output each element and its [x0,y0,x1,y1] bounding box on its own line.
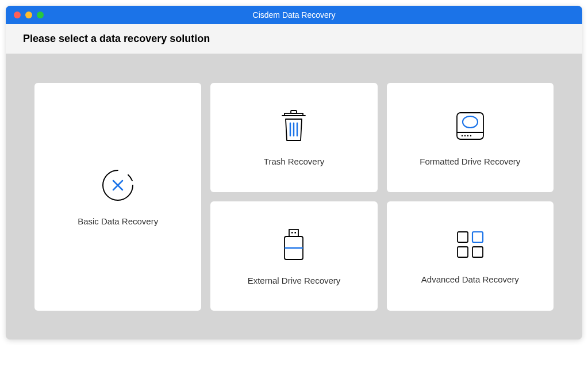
svg-rect-21 [472,232,483,242]
header-prompt: Please select a data recovery solution [23,33,565,45]
titlebar: Cisdem Data Recovery [6,6,582,24]
svg-point-14 [470,135,471,136]
svg-rect-4 [285,113,303,116]
card-label: Advanced Data Recovery [421,274,519,284]
drive-icon [454,109,487,143]
svg-point-10 [463,116,478,128]
card-advanced-recovery[interactable]: Advanced Data Recovery [387,201,554,311]
basic-recovery-icon [101,168,135,203]
card-formatted-recovery[interactable]: Formatted Drive Recovery [387,83,554,192]
card-label: Basic Data Recovery [78,216,158,226]
card-external-recovery[interactable]: External Drive Recovery [210,201,377,311]
content-grid: Basic Data Recovery Trash [6,54,582,339]
close-button[interactable] [14,12,21,18]
card-label: External Drive Recovery [248,276,341,285]
svg-point-11 [462,135,463,136]
window-title: Cisdem Data Recovery [6,10,582,20]
svg-rect-15 [289,230,298,236]
trash-icon [279,109,309,143]
header: Please select a data recovery solution [6,24,582,54]
traffic-lights [6,12,44,18]
svg-point-12 [464,135,466,136]
svg-rect-22 [458,247,468,257]
grid-squares-icon [454,228,486,261]
card-label: Trash Recovery [264,157,324,166]
card-basic-recovery[interactable]: Basic Data Recovery [34,83,201,311]
app-window: Cisdem Data Recovery Please select a dat… [6,6,582,339]
svg-rect-16 [291,232,293,234]
maximize-button[interactable] [37,12,44,18]
minimize-button[interactable] [25,12,32,18]
usb-drive-icon [280,227,308,262]
svg-rect-17 [295,232,297,234]
svg-rect-23 [472,247,483,257]
card-trash-recovery[interactable]: Trash Recovery [210,83,377,192]
svg-rect-20 [458,232,468,242]
card-label: Formatted Drive Recovery [420,157,520,166]
svg-point-13 [467,135,468,136]
